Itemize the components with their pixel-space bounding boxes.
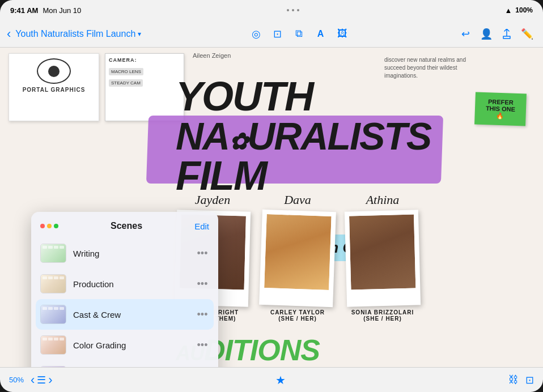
zoom-level[interactable]: 50% xyxy=(9,376,24,384)
dot3 xyxy=(297,9,299,11)
writing-thumb-dots xyxy=(41,244,66,250)
page-list-button[interactable]: ☰ xyxy=(37,374,46,386)
writing-more-button[interactable]: ••• xyxy=(196,246,209,260)
scene-item-marketing[interactable]: Marketing ••• xyxy=(36,360,214,367)
naturalists-flower: ✿ xyxy=(229,129,247,154)
camera-info-card: CAMERA: MACRO LENS STEADY CAM xyxy=(105,53,184,121)
cast3-script-name: Athina xyxy=(366,193,400,207)
minimize-dot xyxy=(47,224,52,228)
scene-thumb-color xyxy=(40,335,66,355)
naturalists-text2: URALISTS xyxy=(247,114,431,157)
naturalists-text: NA xyxy=(176,114,229,157)
film-title-naturalists: NA✿URALISTS xyxy=(176,117,486,155)
canvas-area[interactable]: Aileen Zeigen discover new natural realm… xyxy=(0,48,543,367)
cast-item-2: Dava CARLEY TAYLOR(SHE / HER) xyxy=(261,193,334,322)
ipad-frame: 9:41 AM Mon Jun 10 ▲ 100% ‹ Youth Natura… xyxy=(0,0,543,392)
toolbar-navigation: ‹ ☰ › xyxy=(31,373,53,387)
main-content: Aileen Zeigen discover new natural realm… xyxy=(0,48,543,367)
undo-button[interactable]: ↩ xyxy=(457,25,475,43)
status-bar-right: ▲ 100% xyxy=(504,6,533,15)
dot1 xyxy=(287,9,289,11)
marketing-thumb-dots xyxy=(41,367,66,367)
sticky-note-text: PREFER THIS ONE 🔥 xyxy=(486,98,515,119)
sketch-eye-pupil xyxy=(48,66,60,77)
production-more-button[interactable]: ••• xyxy=(196,277,209,291)
nav-left: ‹ Youth Naturalists Film Launch ▾ xyxy=(7,27,141,41)
view-button[interactable]: ⊡ xyxy=(525,374,534,386)
toolbar-right: ⛓ ⊡ xyxy=(508,374,534,386)
date-display: Mon Jun 10 xyxy=(43,6,81,15)
toolbar-left: 50% ‹ ☰ › xyxy=(9,373,53,387)
production-thumb-dots xyxy=(41,275,66,281)
sketch-card: PORTAL GRAPHICS xyxy=(9,53,99,121)
camera-title: CAMERA: xyxy=(109,57,180,63)
window-controls xyxy=(40,224,58,228)
color-thumb-dots xyxy=(41,336,66,342)
writing-thumb-bg xyxy=(41,244,66,262)
color-more-button[interactable]: ••• xyxy=(196,338,209,352)
youth-text: YOUTH xyxy=(176,74,313,119)
dot2 xyxy=(292,9,294,11)
scene-name-production: Production xyxy=(73,279,189,289)
portal-graphics-text: PORTAL GRAPHICS xyxy=(14,87,94,93)
status-bar: 9:41 AM Mon Jun 10 ▲ 100% xyxy=(0,0,543,20)
cast2-script-name: Dava xyxy=(284,193,311,207)
aileen-label: Aileen Zeigen xyxy=(193,52,231,59)
cast-more-button[interactable]: ••• xyxy=(196,308,209,321)
status-bar-left: 9:41 AM Mon Jun 10 xyxy=(10,6,81,15)
back-button[interactable]: ‹ xyxy=(7,27,11,41)
scenes-edit-button[interactable]: Edit xyxy=(194,221,209,231)
text-tool-button[interactable]: A xyxy=(312,25,330,43)
scene-name-cast-crew: Cast & Crew xyxy=(73,310,189,319)
star-icon[interactable]: ★ xyxy=(275,373,286,387)
scene-name-color-grading: Color Grading xyxy=(73,340,189,350)
layout-tool-button[interactable]: ⊡ xyxy=(269,25,287,43)
nav-bar: ‹ Youth Naturalists Film Launch ▾ ◎ ⊡ ⧉ … xyxy=(0,20,543,48)
film-title-youth: YOUTH ✿ xyxy=(176,76,486,117)
cast3-polaroid xyxy=(345,210,421,306)
cast1-script-name: Jayden xyxy=(195,193,230,207)
cast-item-3: Athina SONIA BRIZZOLARI(SHE / HER) xyxy=(346,193,419,322)
nav-center-tools: ◎ ⊡ ⧉ A 🖼 xyxy=(247,25,351,43)
collaborators-button[interactable]: 👤 xyxy=(477,25,495,43)
camera-tag-1: MACRO LENS xyxy=(109,65,180,76)
scene-thumb-writing xyxy=(40,244,66,263)
layers-tool-button[interactable]: ⧉ xyxy=(290,25,308,43)
edit-button[interactable]: ✏️ xyxy=(518,25,536,43)
cast-thumb-bg xyxy=(41,305,66,323)
close-dot xyxy=(40,224,45,228)
document-title[interactable]: Youth Naturalists Film Launch ▾ xyxy=(15,29,141,39)
bottom-toolbar: 50% ‹ ☰ › ★ ⛓ ⊡ xyxy=(0,367,543,392)
scene-item-production[interactable]: Production ••• xyxy=(36,269,214,299)
steady-cam-tag: STEADY CAM xyxy=(109,79,143,87)
share-button[interactable] xyxy=(498,25,516,43)
circle-tool-button[interactable]: ◎ xyxy=(247,25,265,43)
wifi-icon: ▲ xyxy=(504,6,512,15)
marketing-thumb-bg xyxy=(41,367,66,367)
film-title-area: YOUTH ✿ NA✿URALISTS FILM xyxy=(176,76,486,196)
time-display: 9:41 AM xyxy=(10,6,38,15)
sketch-eye xyxy=(37,58,71,84)
cast2-photo xyxy=(264,214,331,290)
scene-item-writing[interactable]: Writing ••• xyxy=(36,238,214,269)
scene-name-writing: Writing xyxy=(73,249,189,258)
cast2-name: CARLEY TAYLOR(SHE / HER) xyxy=(270,309,325,322)
image-tool-button[interactable]: 🖼 xyxy=(333,25,351,43)
scene-item-cast-crew[interactable]: Cast & Crew ••• xyxy=(36,299,214,330)
battery-display: 100% xyxy=(515,6,533,14)
production-thumb-bg xyxy=(41,275,66,293)
macro-lens-tag: MACRO LENS xyxy=(109,68,143,75)
scene-thumb-production xyxy=(40,274,66,293)
prev-page-button[interactable]: ‹ xyxy=(31,373,35,387)
cast-thumb-dots xyxy=(41,305,66,312)
document-title-text: Youth Naturalists Film Launch xyxy=(15,29,135,39)
scenes-panel-header: Scenes Edit xyxy=(31,212,218,238)
maximize-dot xyxy=(54,224,58,228)
cast3-name: SONIA BRIZZOLARI(SHE / HER) xyxy=(351,309,414,322)
camera-tag-2: STEADY CAM xyxy=(109,76,180,88)
cast2-image xyxy=(264,214,331,290)
link-button[interactable]: ⛓ xyxy=(508,374,519,386)
cast-photos-section: Jayden TY FULLBRIGHT(THEY / THEM) Dava xyxy=(176,193,532,322)
next-page-button[interactable]: › xyxy=(48,373,52,387)
scene-item-color-grading[interactable]: Color Grading ••• xyxy=(36,330,214,360)
